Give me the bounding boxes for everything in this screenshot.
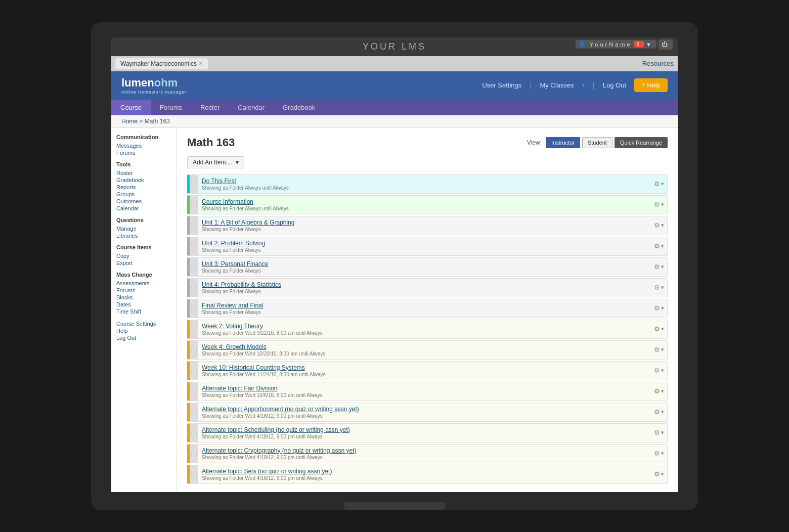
arrow-icon[interactable]: ▾ (661, 367, 664, 374)
my-classes-link[interactable]: My Classes (540, 81, 574, 89)
item-title[interactable]: Unit 1: A Bit of Algebra & Graphing (202, 219, 647, 226)
breadcrumb-home[interactable]: Home (121, 118, 138, 125)
drag-handle[interactable]: ⋮⋮ (190, 445, 198, 463)
arrow-icon[interactable]: ▾ (661, 305, 664, 312)
add-item-dropdown[interactable]: Add An Item.... ▾ (187, 156, 244, 168)
arrow-icon[interactable]: ▾ (661, 429, 664, 436)
drag-handle[interactable]: ⋮⋮ (190, 465, 198, 483)
sidebar-item-groups[interactable]: Groups (116, 191, 171, 198)
sidebar-item-export[interactable]: Export (116, 259, 171, 267)
item-title[interactable]: Week 4: Growth Models (202, 343, 647, 350)
sidebar-item-messages[interactable]: Messages (116, 142, 171, 149)
arrow-icon[interactable]: ▾ (661, 409, 664, 415)
arrow-icon[interactable]: ▾ (661, 326, 664, 332)
sidebar-item-help[interactable]: Help (116, 327, 171, 334)
drag-handle[interactable]: ⋮⋮ (190, 299, 198, 318)
gear-icon[interactable]: ⚙ (654, 367, 660, 374)
drag-handle[interactable]: ⋮⋮ (190, 424, 198, 442)
sidebar-item-outcomes[interactable]: Outcomes (116, 198, 171, 205)
sidebar-item-time-shift[interactable]: Time Shift (116, 308, 171, 315)
arrow-icon[interactable]: ▾ (661, 181, 664, 187)
drag-handle[interactable]: ⋮⋮ (190, 341, 198, 359)
drag-handle[interactable]: ⋮⋮ (190, 258, 198, 276)
notification-badge[interactable]: 5 (634, 41, 644, 48)
resources-link[interactable]: Resources (642, 60, 674, 67)
sidebar-item-dates[interactable]: Dates (116, 301, 171, 308)
gear-icon[interactable]: ⚙ (654, 201, 660, 208)
view-student-button[interactable]: Student (582, 137, 612, 148)
close-icon[interactable]: ✕ (199, 61, 203, 66)
arrow-icon[interactable]: ▾ (661, 222, 664, 229)
gear-icon[interactable]: ⚙ (654, 221, 660, 229)
tab-gradebook[interactable]: Gradebook (274, 100, 324, 115)
drag-handle[interactable]: ⋮⋮ (190, 320, 198, 338)
sidebar-item-roster[interactable]: Roster (116, 169, 171, 176)
item-title[interactable]: Week 10: Historical Counting Systems (202, 364, 647, 371)
sidebar-item-forums-mass[interactable]: Forums (116, 287, 171, 294)
item-title[interactable]: Do This First (202, 178, 647, 185)
tab-forums[interactable]: Forums (151, 100, 191, 115)
gear-icon[interactable]: ⚙ (654, 470, 660, 478)
drag-handle[interactable]: ⋮⋮ (190, 237, 198, 255)
arrow-icon[interactable]: ▾ (661, 284, 664, 291)
arrow-icon[interactable]: ▾ (661, 346, 664, 353)
item-title[interactable]: Course Information (202, 198, 647, 205)
tab-course[interactable]: Course (111, 100, 151, 115)
drag-handle[interactable]: ⋮⋮ (190, 382, 198, 401)
sidebar-item-manage[interactable]: Manage (116, 225, 171, 232)
arrow-icon[interactable]: ▾ (661, 471, 664, 477)
gear-icon[interactable]: ⚙ (654, 325, 660, 333)
item-title[interactable]: Final Review and Final (202, 302, 647, 309)
sidebar-item-blocks[interactable]: Blocks (116, 294, 171, 301)
tab-calendar[interactable]: Calendar (229, 100, 274, 115)
item-title[interactable]: Unit 4: Probability & Statistics (202, 281, 647, 288)
gear-icon[interactable]: ⚙ (654, 284, 660, 291)
gear-icon[interactable]: ⚙ (654, 387, 660, 395)
gear-icon[interactable]: ⚙ (654, 242, 660, 250)
drag-handle[interactable]: ⋮⋮ (190, 216, 198, 235)
drag-handle[interactable]: ⋮⋮ (190, 362, 198, 380)
user-settings-link[interactable]: User Settings (482, 81, 521, 89)
item-title[interactable]: Alternate topic: Fair Division (202, 385, 647, 392)
sidebar-item-assessments[interactable]: Assessments (116, 280, 171, 287)
item-title[interactable]: Week 2: Voting Theory (202, 323, 647, 330)
arrow-icon[interactable]: ▾ (661, 201, 664, 208)
sidebar-item-logout[interactable]: Log Out (116, 334, 171, 341)
gear-icon[interactable]: ⚙ (654, 408, 660, 416)
item-title[interactable]: Unit 3: Personal Finance (202, 260, 647, 268)
gear-icon[interactable]: ⚙ (654, 304, 660, 312)
sidebar-item-libraries[interactable]: Libraries (116, 232, 171, 239)
item-title[interactable]: Unit 2: Problem Solving (202, 240, 647, 247)
gear-icon[interactable]: ⚙ (654, 263, 660, 271)
drag-handle[interactable]: ⋮⋮ (190, 175, 198, 193)
sidebar-item-copy[interactable]: Copy (116, 252, 171, 259)
gear-icon[interactable]: ⚙ (654, 450, 660, 457)
arrow-icon[interactable]: ▾ (661, 243, 664, 249)
power-button[interactable]: ⏻ (659, 39, 673, 50)
waymaker-tab[interactable]: Waymaker Macroeconomics ✕ (115, 58, 208, 69)
view-quick-rearrange-button[interactable]: Quick Rearrange (615, 137, 668, 148)
sidebar-item-calendar[interactable]: Calendar (116, 205, 171, 212)
drag-handle[interactable]: ⋮⋮ (190, 403, 198, 421)
help-button[interactable]: ? Help (634, 78, 668, 92)
arrow-icon[interactable]: ▾ (661, 450, 664, 457)
item-title[interactable]: Alternate topic: Cryptography (no quiz o… (202, 447, 647, 454)
arrow-icon[interactable]: ▾ (661, 388, 664, 394)
tab-roster[interactable]: Roster (191, 100, 229, 115)
gear-icon[interactable]: ⚙ (654, 346, 660, 353)
logout-link[interactable]: Log Out (603, 81, 626, 89)
sidebar-item-reports[interactable]: Reports (116, 184, 171, 191)
gear-icon[interactable]: ⚙ (654, 180, 660, 188)
arrow-icon[interactable]: ▾ (661, 263, 664, 270)
item-title[interactable]: Alternate topic: Scheduling (no quiz or … (202, 426, 647, 433)
sidebar-item-gradebook[interactable]: Gradebook (116, 176, 171, 184)
gear-icon[interactable]: ⚙ (654, 429, 660, 436)
item-title[interactable]: Alternate topic: Sets (no quiz or writin… (202, 468, 647, 475)
drag-handle[interactable]: ⋮⋮ (190, 196, 198, 214)
drag-handle[interactable]: ⋮⋮ (190, 279, 198, 297)
item-title[interactable]: Alternate topic: Apportionment (no quiz … (202, 406, 647, 413)
user-badge[interactable]: 👤 YourName 5 ▼ (576, 40, 656, 49)
view-instructor-button[interactable]: Instructor (546, 137, 580, 148)
sidebar-item-course-settings[interactable]: Course Settings (116, 320, 171, 327)
sidebar-item-forums-comm[interactable]: Forums (116, 149, 171, 156)
